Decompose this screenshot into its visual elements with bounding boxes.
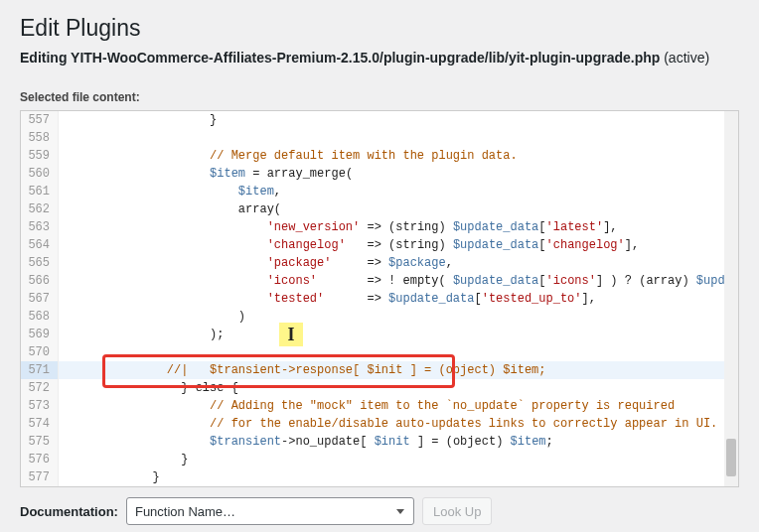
documentation-footer: Documentation: Function Name… Look Up (20, 497, 739, 525)
gutter-line-number: 560 (21, 165, 59, 183)
code-content[interactable]: 'new_version' => (string) $update_data['… (59, 218, 738, 236)
code-line[interactable]: 577 } (21, 468, 738, 486)
code-line[interactable]: 578 (21, 486, 738, 487)
text-cursor-icon (279, 323, 303, 346)
code-content[interactable]: } (59, 451, 738, 468)
code-line[interactable]: 562 array( (21, 200, 738, 218)
code-line[interactable]: 566 'icons' => ! empty( $update_data['ic… (21, 272, 738, 290)
code-content[interactable]: 'changelog' => (string) $update_data['ch… (59, 236, 738, 254)
code-line[interactable]: 574 // for the enable/disable auto-updat… (21, 415, 738, 433)
lookup-button[interactable]: Look Up (422, 497, 492, 525)
code-line[interactable]: 572 } else { (21, 379, 738, 397)
code-content[interactable]: // Adding the "mock" item to the `no_upd… (59, 397, 738, 415)
gutter-line-number: 562 (21, 200, 59, 218)
selected-file-content-label: Selected file content: (20, 90, 739, 104)
gutter-line-number: 558 (21, 129, 59, 147)
code-content[interactable]: $item, (59, 183, 738, 200)
gutter-line-number: 566 (21, 272, 59, 290)
function-name-select[interactable]: Function Name… (126, 497, 414, 525)
code-content[interactable]: $transient->no_update[ $init ] = (object… (59, 433, 738, 451)
gutter-line-number: 569 (21, 326, 59, 343)
scrollbar-thumb[interactable] (726, 439, 736, 476)
code-content[interactable]: 'package' => $package, (59, 254, 738, 272)
vertical-scrollbar[interactable] (724, 111, 738, 486)
gutter-line-number: 557 (21, 111, 59, 129)
gutter-line-number: 570 (21, 343, 59, 361)
code-content[interactable]: // for the enable/disable auto-updates l… (59, 415, 738, 433)
code-line[interactable]: 573 // Adding the "mock" item to the `no… (21, 397, 738, 415)
editing-file-path: Editing YITH-WooCommerce-Affiliates-Prem… (20, 50, 739, 66)
code-editor[interactable]: 557 }558559 // Merge default item with t… (20, 110, 739, 487)
code-content[interactable]: } (59, 111, 738, 129)
gutter-line-number: 578 (21, 486, 59, 487)
gutter-line-number: 567 (21, 290, 59, 308)
gutter-line-number: 563 (21, 218, 59, 236)
code-content[interactable] (59, 129, 738, 147)
code-line[interactable]: 565 'package' => $package, (21, 254, 738, 272)
code-line[interactable]: 557 } (21, 111, 738, 129)
gutter-line-number: 577 (21, 468, 59, 486)
code-line[interactable]: 568 ) (21, 308, 738, 326)
code-line[interactable]: 559 // Merge default item with the plugi… (21, 147, 738, 165)
code-line[interactable]: 560 $item = array_merge( (21, 165, 738, 183)
gutter-line-number: 564 (21, 236, 59, 254)
code-line[interactable]: 564 'changelog' => (string) $update_data… (21, 236, 738, 254)
code-content[interactable] (59, 343, 738, 361)
code-content[interactable]: } else { (59, 379, 738, 397)
gutter-line-number: 575 (21, 433, 59, 451)
gutter-line-number: 572 (21, 379, 59, 397)
code-content[interactable] (59, 486, 738, 487)
gutter-line-number: 568 (21, 308, 59, 326)
code-line[interactable]: 570 (21, 343, 738, 361)
gutter-line-number: 573 (21, 397, 59, 415)
code-line[interactable]: 569 ); (21, 326, 738, 343)
editing-path: YITH-WooCommerce-Affiliates-Premium-2.15… (71, 50, 660, 66)
code-content[interactable]: //| $transient->response[ $init ] = (obj… (59, 361, 738, 379)
code-line[interactable]: 567 'tested' => $update_data['tested_up_… (21, 290, 738, 308)
gutter-line-number: 561 (21, 183, 59, 200)
editing-status: (active) (660, 50, 709, 66)
code-line[interactable]: 563 'new_version' => (string) $update_da… (21, 218, 738, 236)
code-content[interactable]: } (59, 468, 738, 486)
code-content[interactable]: $item = array_merge( (59, 165, 738, 183)
code-content[interactable]: ); (59, 326, 738, 343)
gutter-line-number: 574 (21, 415, 59, 433)
code-line[interactable]: 558 (21, 129, 738, 147)
gutter-line-number: 571 (21, 361, 59, 379)
editing-label-prefix: Editing (20, 50, 71, 66)
gutter-line-number: 576 (21, 451, 59, 468)
gutter-line-number: 565 (21, 254, 59, 272)
documentation-label: Documentation: (20, 504, 118, 519)
page-title: Edit Plugins (20, 15, 739, 42)
code-line[interactable]: 575 $transient->no_update[ $init ] = (ob… (21, 433, 738, 451)
code-line[interactable]: 561 $item, (21, 183, 738, 200)
code-line[interactable]: 576 } (21, 451, 738, 468)
gutter-line-number: 559 (21, 147, 59, 165)
code-content[interactable]: 'icons' => ! empty( $update_data['icons'… (59, 272, 739, 290)
code-content[interactable]: array( (59, 200, 738, 218)
code-line[interactable]: 571 //| $transient->response[ $init ] = … (21, 361, 738, 379)
code-content[interactable]: // Merge default item with the plugin da… (59, 147, 738, 165)
code-content[interactable]: ) (59, 308, 738, 326)
code-content[interactable]: 'tested' => $update_data['tested_up_to']… (59, 290, 738, 308)
